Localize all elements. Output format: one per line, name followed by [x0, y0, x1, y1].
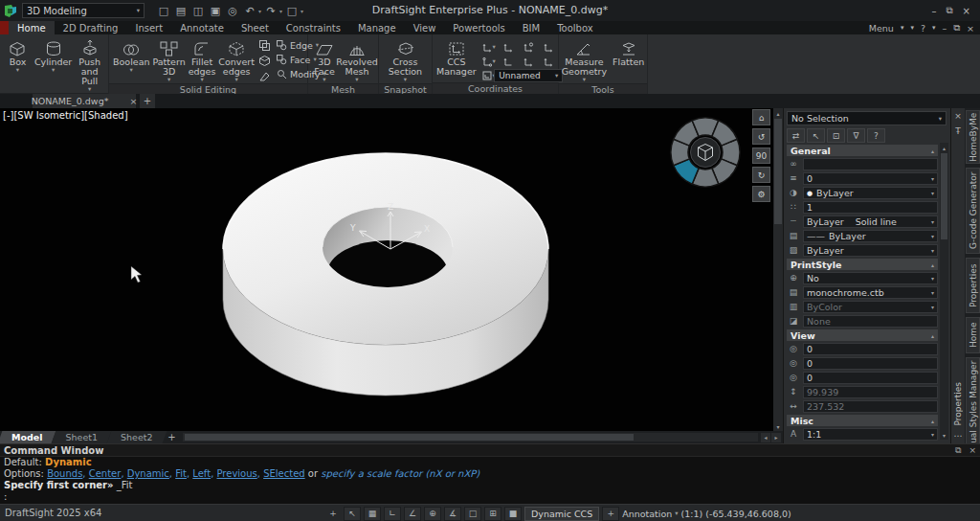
tab-constraints[interactable]: Constraints [278, 21, 349, 34]
option-left[interactable]: Left [192, 468, 211, 479]
help-icon[interactable]: ? [921, 23, 925, 34]
save-icon[interactable]: ▣ [208, 4, 223, 18]
quick-select-icon[interactable]: ⊡ [827, 128, 845, 143]
tab-manage[interactable]: Manage [349, 21, 405, 34]
vertical-scroll-thumb[interactable] [774, 119, 782, 224]
view-navigation-wheel[interactable] [664, 111, 746, 193]
palette-tab-properties[interactable]: Properties [966, 258, 980, 313]
tab-insert[interactable]: Insert [126, 21, 171, 34]
export-icon[interactable]: □ [284, 4, 300, 18]
ccs-world-icon[interactable]: ▾ [481, 41, 496, 53]
minimize-icon[interactable]: – [931, 6, 936, 16]
pattern-3d-dropdown-icon[interactable]: ▾ [167, 77, 170, 83]
undo-dropdown-icon[interactable]: ▾ [258, 8, 261, 14]
revolved-mesh-button[interactable]: Revolved Mesh ▾ [339, 36, 375, 83]
scroll-left-icon[interactable]: ◂ [761, 433, 770, 442]
pointer-mode-icon[interactable]: ↖ [344, 507, 361, 521]
menu-dropdown-icon[interactable]: ▾ [901, 24, 904, 32]
lineweight-toggle-icon[interactable]: ■ [504, 507, 522, 521]
cross-section-button[interactable]: Cross Section ▾ [384, 36, 428, 83]
tab-2d-drafting[interactable]: 2D Drafting [55, 21, 127, 34]
doc-minimize-icon[interactable]: – [942, 23, 947, 34]
option-center[interactable]: Center [89, 468, 122, 479]
option-dynamic[interactable]: Dynamic [127, 468, 169, 479]
measure-geometry-button[interactable]: Measure Geometry ▾ [561, 36, 608, 83]
push-pull-dropdown-icon[interactable]: ▾ [88, 86, 91, 93]
wheel-settings-button[interactable]: ⚙ [752, 186, 770, 202]
collapse-icon[interactable]: ▴ [931, 418, 934, 424]
option-fit[interactable]: Fit [175, 468, 187, 479]
command-close-icon[interactable]: × [969, 445, 976, 456]
doc-restore-icon[interactable]: ⧉ [953, 22, 960, 34]
palette-options-icon[interactable]: ⋯ [954, 431, 963, 441]
ccs-x-rotate-icon[interactable] [523, 56, 534, 67]
fillet-edges-dropdown-icon[interactable]: ▾ [200, 77, 203, 83]
command-window[interactable]: Command Window ⧉ × Default: Dynamic Opti… [0, 443, 980, 504]
cross-section-dropdown-icon[interactable]: ▾ [404, 77, 407, 83]
rotate-ccw-button[interactable]: ↺ [752, 128, 770, 145]
workspace-selector[interactable]: 3D Modeling ▾ [22, 3, 145, 18]
open-file-icon[interactable]: ▤ [173, 4, 189, 18]
option-bounds[interactable]: Bounds [47, 468, 82, 479]
ortho-icon[interactable]: ∟ [384, 507, 401, 521]
viewport-controls-label[interactable]: [-][SW Isometric][Shaded] [3, 110, 128, 121]
new-document-tab-button[interactable]: + [140, 94, 155, 108]
polar-icon[interactable]: ∠ [404, 507, 421, 521]
linestyle-field[interactable]: ByLayerSolid line▾ [803, 215, 938, 228]
selection-filter-icon[interactable]: ∇ [847, 128, 865, 143]
help-dropdown-icon[interactable]: ▾ [932, 24, 936, 32]
extract-solid-icon[interactable] [258, 39, 271, 52]
box-button[interactable]: Box ▾ [3, 36, 33, 74]
ccs-manager-button[interactable]: CCS Manager [435, 36, 478, 77]
section-view[interactable]: View ▴ [787, 329, 938, 341]
select-entities-icon[interactable]: ↖ [807, 128, 825, 143]
properties-help-button[interactable]: ? [867, 128, 885, 143]
home-view-button[interactable]: ⌂ [752, 109, 770, 125]
collapse-icon[interactable]: ▴ [931, 332, 934, 339]
dynamic-input-icon[interactable]: ⊞ [484, 507, 501, 521]
palette-tab-homebyme[interactable]: HomeByMe [966, 110, 980, 164]
export-dropdown-icon[interactable]: ▾ [301, 8, 303, 14]
tab-toolbox[interactable]: Toolbox [548, 21, 602, 34]
measure-geometry-dropdown-icon[interactable]: ▾ [583, 77, 586, 83]
shell-solid-icon[interactable] [258, 55, 271, 67]
convert-edges-dropdown-icon[interactable]: ▾ [235, 77, 238, 83]
rotate-cw-button[interactable]: ↻ [752, 167, 770, 183]
tab-sheet[interactable]: Sheet [233, 21, 278, 34]
line-color-field[interactable]: ●ByLayer▾ [803, 187, 938, 199]
viewport-vertical-scrollbar[interactable]: ▴ ▾ [773, 108, 783, 431]
clean-solid-icon[interactable] [258, 70, 271, 82]
properties-scroll-thumb[interactable] [941, 153, 947, 239]
push-pull-button[interactable]: Push and Pull ▾ [74, 36, 105, 93]
etrack-icon[interactable]: ∡ [444, 507, 461, 521]
horizontal-scroll-thumb[interactable] [185, 434, 634, 441]
scroll-up-icon[interactable]: ▴ [940, 143, 949, 152]
ccs-origin-icon[interactable] [523, 41, 534, 53]
selection-filter[interactable]: No Selection ▾ [787, 111, 947, 125]
scroll-down-icon[interactable]: ▾ [773, 421, 783, 431]
3d-face-dropdown-icon[interactable]: ▾ [323, 77, 325, 83]
linestyle-scale-field[interactable]: 1 [803, 201, 938, 214]
tab-home[interactable]: Home [9, 21, 55, 34]
palette-tab-gcode-generator[interactable]: G-code Generator [966, 168, 980, 254]
ribbon-collapse-icon[interactable]: ▾ [910, 24, 914, 32]
tab-bim[interactable]: BIM [514, 21, 548, 34]
undo-icon[interactable]: ↶ [242, 4, 257, 18]
ccs-y-rotate-icon[interactable] [543, 56, 554, 67]
document-close-icon[interactable]: × [129, 96, 137, 106]
ccs-entity-icon[interactable] [502, 56, 514, 67]
horizontal-scrollbar[interactable] [183, 433, 758, 442]
redo-icon[interactable]: ↷ [263, 4, 278, 18]
flatten-button[interactable]: Flatten [612, 36, 645, 67]
cylinder-button[interactable]: Cylinder ▾ [33, 36, 73, 74]
transparency-field[interactable]: ByLayer▾ [803, 244, 938, 257]
palette-pin-icon[interactable]: Ŧ [955, 126, 961, 136]
redo-dropdown-icon[interactable]: ▾ [279, 8, 282, 14]
properties-scrollbar[interactable]: ▴ ▾ [940, 143, 948, 440]
dynamic-ccs-button[interactable]: Dynamic CCS [524, 507, 599, 521]
scroll-down-icon[interactable]: ▾ [940, 430, 949, 440]
new-file-icon[interactable]: □ [156, 4, 171, 18]
ccs-3point-icon[interactable]: ▾ [481, 56, 496, 67]
add-scale-button[interactable]: + [602, 507, 619, 521]
close-icon[interactable]: × [963, 6, 970, 16]
